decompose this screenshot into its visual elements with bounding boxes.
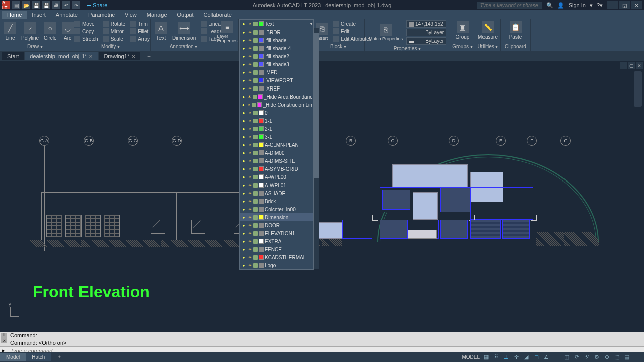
freeze-icon[interactable]: ☀ bbox=[247, 30, 252, 35]
lock-icon[interactable] bbox=[252, 103, 256, 107]
tab-view[interactable]: View bbox=[120, 11, 142, 19]
color-swatch[interactable] bbox=[259, 70, 264, 75]
lock-icon[interactable] bbox=[253, 183, 258, 188]
layer-item[interactable]: ●☀-fill-shade3 bbox=[240, 60, 313, 68]
panel-label[interactable]: Properties ▾ bbox=[367, 45, 448, 52]
annoscale-icon[interactable]: ⅟ bbox=[583, 353, 591, 361]
freeze-icon[interactable]: ☀ bbox=[247, 191, 252, 196]
layer-item[interactable]: ●☀-fill-shade2 bbox=[240, 52, 313, 60]
color-swatch[interactable] bbox=[259, 223, 264, 228]
lock-icon[interactable] bbox=[253, 191, 258, 196]
chevron-down-icon[interactable]: ▾ bbox=[310, 22, 312, 26]
freeze-icon[interactable]: ☀ bbox=[247, 166, 252, 171]
bulb-icon[interactable]: ● bbox=[241, 223, 246, 228]
lock-icon[interactable] bbox=[253, 263, 258, 268]
color-swatch[interactable] bbox=[257, 102, 262, 107]
bulb-icon[interactable]: ● bbox=[241, 46, 246, 51]
otrack-icon[interactable]: ∠ bbox=[542, 353, 550, 361]
panel-label[interactable]: Draw ▾ bbox=[2, 43, 68, 50]
user-icon[interactable]: 👤 bbox=[557, 2, 565, 9]
annomonitor-icon[interactable]: ⊕ bbox=[603, 353, 611, 361]
lock-icon[interactable] bbox=[253, 231, 258, 236]
bulb-icon[interactable]: ● bbox=[241, 174, 246, 179]
freeze-icon[interactable]: ☀ bbox=[247, 62, 252, 67]
layer-item[interactable]: ●☀-fill-shade bbox=[240, 36, 313, 44]
vp-close-icon[interactable]: ✕ bbox=[636, 62, 643, 69]
lock-icon[interactable] bbox=[253, 135, 258, 139]
lock-icon[interactable] bbox=[253, 247, 258, 252]
color-swatch[interactable] bbox=[259, 21, 264, 26]
new-icon[interactable]: ▤ bbox=[12, 1, 20, 9]
scroll-thumb[interactable] bbox=[314, 33, 319, 178]
panel-label[interactable]: Block ▾ bbox=[314, 43, 362, 50]
panel-label[interactable]: Annotation ▾ bbox=[153, 43, 214, 50]
plot-icon[interactable]: 🖶 bbox=[52, 1, 60, 9]
layer-item[interactable]: ●☀-VIEWPORT bbox=[240, 76, 313, 84]
lock-icon[interactable] bbox=[253, 223, 258, 228]
bulb-icon[interactable]: ● bbox=[241, 142, 246, 147]
layer-item[interactable]: ●☀A-DIM00 bbox=[240, 149, 313, 157]
close-icon[interactable]: ✕ bbox=[89, 54, 93, 59]
freeze-icon[interactable]: ☀ bbox=[247, 158, 252, 163]
color-swatch[interactable] bbox=[259, 62, 264, 67]
layer-item[interactable]: ●☀ELEVATION1 bbox=[240, 229, 313, 237]
layer-item[interactable]: ●☀-BRDR bbox=[240, 28, 313, 36]
bulb-icon[interactable]: ● bbox=[241, 183, 246, 188]
lock-icon[interactable] bbox=[253, 111, 258, 115]
array-button[interactable]: Array bbox=[128, 35, 152, 42]
color-swatch[interactable] bbox=[259, 142, 264, 147]
freeze-icon[interactable]: ☀ bbox=[247, 54, 252, 59]
bulb-icon[interactable]: ● bbox=[241, 78, 246, 83]
color-swatch[interactable] bbox=[259, 158, 264, 163]
color-select[interactable]: 147,149,152 bbox=[406, 20, 446, 28]
lock-icon[interactable] bbox=[253, 86, 258, 91]
qprops-icon[interactable]: ▤ bbox=[623, 353, 631, 361]
layer-item[interactable]: ●☀Dimension bbox=[240, 213, 313, 221]
freeze-icon[interactable]: ☀ bbox=[247, 199, 252, 204]
lock-icon[interactable] bbox=[253, 175, 258, 179]
tab-insert[interactable]: Insert bbox=[27, 11, 51, 19]
bulb-icon[interactable]: ● bbox=[241, 191, 246, 196]
layer-item[interactable]: ●☀1-1 bbox=[240, 117, 313, 125]
bulb-icon[interactable]: ● bbox=[241, 215, 246, 220]
tab-parametric[interactable]: Parametric bbox=[83, 11, 120, 19]
bulb-icon[interactable]: ● bbox=[241, 263, 246, 268]
layer-item[interactable]: ●☀KCADSTHERMAL bbox=[240, 253, 313, 261]
color-swatch[interactable] bbox=[259, 183, 264, 188]
lock-icon[interactable] bbox=[253, 95, 257, 99]
freeze-icon[interactable]: ☀ bbox=[247, 207, 252, 212]
isodraft-icon[interactable]: ◢ bbox=[522, 353, 530, 361]
undo-icon[interactable]: ↶ bbox=[62, 1, 70, 9]
freeze-icon[interactable]: ☀ bbox=[247, 150, 252, 155]
help-icon[interactable]: ?▾ bbox=[597, 2, 603, 9]
units-icon[interactable]: ⬚ bbox=[613, 353, 621, 361]
freeze-icon[interactable]: ☀ bbox=[247, 102, 251, 107]
freeze-icon[interactable]: ☀ bbox=[247, 134, 252, 139]
polar-icon[interactable]: ✛ bbox=[512, 353, 520, 361]
freeze-icon[interactable]: ☀ bbox=[247, 78, 252, 83]
transparency-icon[interactable]: ◫ bbox=[562, 353, 571, 361]
tab-home[interactable]: Home bbox=[2, 11, 27, 19]
lock-icon[interactable] bbox=[253, 22, 258, 26]
color-swatch[interactable] bbox=[259, 255, 264, 260]
freeze-icon[interactable]: ☀ bbox=[247, 223, 252, 228]
color-swatch[interactable] bbox=[259, 110, 264, 115]
layer-item[interactable]: ●☀A-WPL01 bbox=[240, 181, 313, 189]
lock-icon[interactable] bbox=[253, 199, 258, 204]
signin-link[interactable]: Sign In bbox=[569, 2, 586, 8]
saveas-icon[interactable]: 💾 bbox=[42, 1, 50, 9]
app-icon[interactable]: A LT bbox=[2, 1, 10, 9]
open-icon[interactable]: 📂 bbox=[22, 1, 30, 9]
lock-icon[interactable] bbox=[253, 62, 258, 67]
measure-button[interactable]: 📏Measure bbox=[477, 20, 498, 41]
close-button[interactable]: ✕ bbox=[631, 1, 642, 9]
bulb-icon[interactable]: ● bbox=[241, 86, 246, 91]
group-button[interactable]: ▣Group bbox=[452, 20, 473, 41]
color-swatch[interactable] bbox=[259, 134, 264, 139]
color-swatch[interactable] bbox=[259, 239, 264, 244]
freeze-icon[interactable]: ☀ bbox=[247, 118, 252, 123]
panel-label[interactable]: Groups ▾ bbox=[452, 43, 473, 50]
freeze-icon[interactable]: ☀ bbox=[247, 38, 252, 43]
model-tab[interactable]: Model bbox=[0, 353, 26, 361]
layer-properties-button[interactable]: ≡Layer Properties bbox=[218, 20, 236, 44]
